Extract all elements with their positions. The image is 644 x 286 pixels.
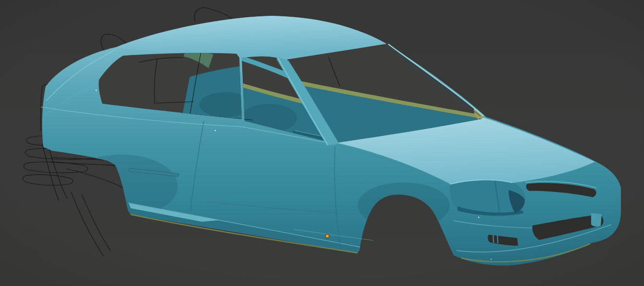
viewport-3d[interactable]: [0, 0, 644, 286]
viewport-canvas[interactable]: [0, 0, 644, 286]
viewport-vignette: [0, 0, 644, 286]
